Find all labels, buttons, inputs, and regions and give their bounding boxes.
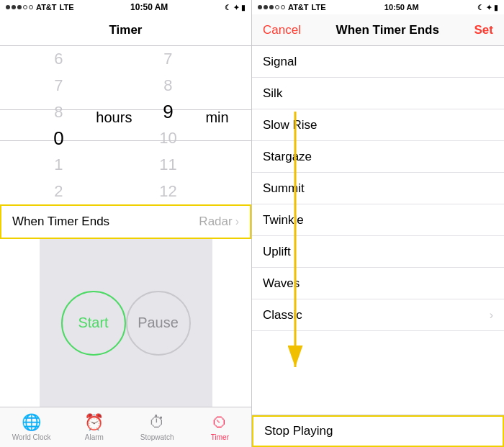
sound-name-silk: Silk	[263, 86, 282, 101]
timer-buttons-area: Start Pause	[40, 239, 212, 407]
when-timer-ends-row[interactable]: When Timer Ends Radar ›	[0, 204, 251, 239]
battery-icon: ▮	[241, 4, 246, 12]
rdot5	[281, 5, 285, 9]
minutes-column[interactable]: 7 8 9 10 11 12	[132, 46, 204, 204]
min-item-9: 9	[132, 99, 204, 125]
min-item-11: 11	[132, 152, 204, 179]
sound-name-stargaze: Stargaze	[263, 150, 312, 164]
timer-label: Timer	[211, 433, 229, 441]
sound-name-uplift: Uplift	[263, 245, 291, 259]
sound-name-slow-rise: Slow Rise	[263, 118, 318, 132]
carrier-name: AT&T	[36, 3, 57, 12]
sound-item-summit[interactable]: Summit	[252, 173, 504, 204]
stop-playing-section: Stop Playing	[252, 415, 504, 447]
bluetooth-icon-right: ✦	[486, 4, 492, 12]
status-icons-right: ☾ ✦ ▮	[477, 4, 498, 12]
dot4	[23, 5, 27, 9]
signal-dots-right	[258, 5, 285, 9]
network-type-right: LTE	[312, 3, 326, 12]
sound-list[interactable]: Signal Silk Slow Rise Stargaze Summit Tw…	[252, 46, 504, 415]
stopwatch-label: Stopwatch	[140, 433, 174, 441]
moon-icon: ☾	[225, 4, 231, 12]
sound-name-classic: Classic	[263, 308, 302, 322]
sound-item-signal[interactable]: Signal	[252, 46, 504, 78]
min-item-12: 12	[132, 178, 204, 204]
dot3	[17, 5, 22, 9]
carrier-name-right: AT&T	[288, 3, 309, 12]
sound-item-silk[interactable]: Silk	[252, 78, 504, 109]
hours-unit: hours	[94, 46, 132, 126]
hours-item-0: 0	[22, 125, 94, 152]
tab-bar: 🌐 World Clock ⏰ Alarm ⏱ Stopwatch ⏲ Time…	[0, 407, 251, 447]
alarm-label: Alarm	[85, 433, 104, 441]
min-item-10: 10	[132, 125, 204, 152]
min-item-7: 7	[132, 46, 204, 73]
sound-item-waves[interactable]: Waves	[252, 268, 504, 299]
left-panel: AT&T LTE 10:50 AM ☾ ✦ ▮ Timer 6 7 8 0 1	[0, 0, 252, 447]
rdot4	[275, 5, 279, 9]
tab-world-clock[interactable]: 🌐 World Clock	[0, 413, 63, 441]
left-nav-title: Timer	[109, 23, 143, 37]
min-unit: min	[204, 46, 228, 126]
stop-playing-button[interactable]: Stop Playing	[252, 415, 504, 447]
rdot3	[269, 5, 274, 9]
status-bar-left: AT&T LTE 10:50 AM ☾ ✦ ▮	[0, 0, 251, 14]
world-clock-label: World Clock	[12, 433, 51, 441]
sound-name-signal: Signal	[263, 55, 297, 69]
nav-bar-left: Timer	[0, 14, 251, 46]
alarm-icon: ⏰	[84, 413, 104, 432]
tab-stopwatch[interactable]: ⏱ Stopwatch	[126, 413, 189, 441]
tab-alarm[interactable]: ⏰ Alarm	[63, 413, 125, 441]
sound-item-slow-rise[interactable]: Slow Rise	[252, 109, 504, 141]
when-timer-label: When Timer Ends	[12, 215, 109, 229]
sound-name-waves: Waves	[263, 276, 300, 291]
rdot1	[258, 5, 262, 9]
battery-icon-right: ▮	[494, 4, 498, 12]
sound-item-stargaze[interactable]: Stargaze	[252, 141, 504, 173]
sound-item-classic[interactable]: Classic ›	[252, 299, 504, 331]
dot5	[29, 5, 33, 9]
hours-item-2: 2	[22, 178, 94, 204]
hours-item-6: 6	[22, 46, 94, 73]
signal-dots	[6, 5, 33, 9]
picker-area[interactable]: 6 7 8 0 1 2 hours 7 8 9 10 11 12 min	[0, 46, 251, 407]
rdot2	[264, 5, 268, 9]
stop-playing-label: Stop Playing	[264, 424, 333, 438]
picker-columns: 6 7 8 0 1 2 hours 7 8 9 10 11 12 min	[22, 46, 228, 204]
carrier-info-right: AT&T LTE	[258, 3, 325, 12]
classic-chevron: ›	[490, 309, 493, 322]
pause-button[interactable]: Pause	[126, 291, 191, 356]
right-nav-title: When Timer Ends	[336, 23, 439, 37]
world-clock-icon: 🌐	[22, 413, 41, 432]
stopwatch-icon: ⏱	[149, 413, 165, 432]
sound-name-twinkle: Twinkle	[263, 213, 304, 227]
hours-item-1: 1	[22, 152, 94, 179]
time-picker[interactable]: 6 7 8 0 1 2 hours 7 8 9 10 11 12 min	[0, 46, 251, 204]
when-timer-value: Radar ›	[199, 215, 239, 229]
moon-icon-right: ☾	[477, 4, 484, 12]
when-timer-chevron: ›	[235, 215, 239, 228]
hours-column[interactable]: 6 7 8 0 1 2	[22, 46, 94, 204]
status-icons-left: ☾ ✦ ▮	[225, 4, 246, 12]
hours-item-7: 7	[22, 73, 94, 99]
bluetooth-icon: ✦	[233, 4, 239, 12]
min-item-8: 8	[132, 73, 204, 99]
dot1	[6, 5, 10, 9]
cancel-button[interactable]: Cancel	[263, 23, 301, 37]
status-time-left: 10:50 AM	[130, 2, 168, 12]
network-type: LTE	[60, 3, 74, 12]
hours-item-8: 8	[22, 99, 94, 125]
carrier-info: AT&T LTE	[6, 3, 73, 12]
sound-item-uplift[interactable]: Uplift	[252, 236, 504, 268]
when-timer-sound: Radar	[199, 215, 232, 229]
sound-name-summit: Summit	[263, 181, 305, 196]
right-panel: AT&T LTE 10:50 AM ☾ ✦ ▮ Cancel When Time…	[252, 0, 504, 447]
status-bar-right: AT&T LTE 10:50 AM ☾ ✦ ▮	[252, 0, 504, 14]
status-time-right: 10:50 AM	[384, 3, 419, 12]
sound-item-twinkle[interactable]: Twinkle	[252, 204, 504, 236]
tab-timer[interactable]: ⏲ Timer	[189, 413, 251, 441]
start-button[interactable]: Start	[61, 291, 126, 356]
nav-bar-right: Cancel When Timer Ends Set	[252, 14, 504, 46]
timer-icon: ⏲	[212, 413, 228, 432]
set-button[interactable]: Set	[474, 23, 493, 37]
